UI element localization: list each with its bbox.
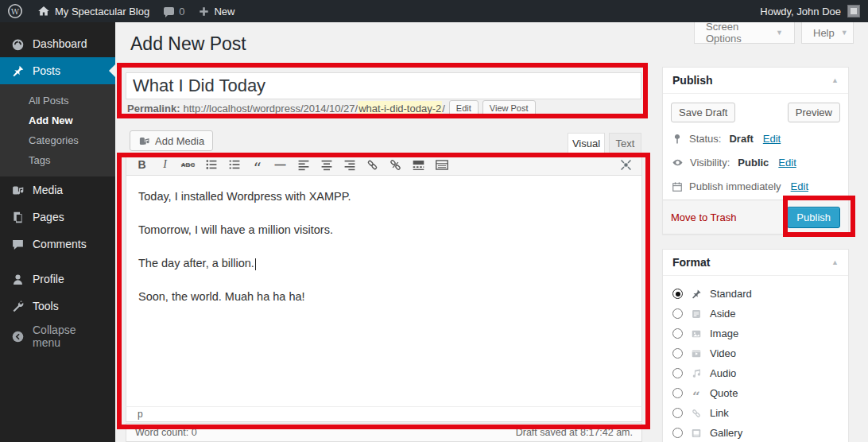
status-pin-icon — [672, 134, 683, 145]
radio-unchecked[interactable] — [672, 428, 683, 438]
view-post-button[interactable]: View Post — [482, 100, 536, 116]
format-option-video[interactable]: Video — [672, 343, 839, 363]
editor-content-area[interactable]: Today, I installed Wordpress with XAMPP.… — [126, 176, 642, 406]
format-option-quote[interactable]: “ Quote — [672, 383, 839, 403]
align-right-icon[interactable] — [339, 155, 360, 174]
new-content-menu[interactable]: New — [192, 0, 242, 22]
permalink-slug[interactable]: what-i-did-today-2 — [358, 101, 442, 116]
sidebar-item-profile[interactable]: Profile — [0, 266, 115, 293]
screen-options-tab[interactable]: Screen Options ▼ — [694, 22, 795, 44]
visibility-row: Visibility: Public Edit — [672, 157, 796, 169]
italic-icon[interactable]: I — [154, 155, 176, 174]
sidebar-item-dashboard[interactable]: Dashboard — [0, 30, 115, 57]
editor-paragraph: Today, I installed Wordpress with XAMPP. — [138, 188, 630, 205]
status-value: Draft — [729, 133, 753, 145]
word-count-value: 0 — [192, 427, 197, 438]
radio-unchecked[interactable] — [672, 328, 683, 339]
account-menu[interactable]: Howdy, John Doe — [760, 5, 868, 17]
strikethrough-icon[interactable]: ABC — [177, 155, 199, 174]
format-option-image[interactable]: Image — [672, 324, 839, 343]
move-to-trash-link[interactable]: Move to Trash — [671, 211, 736, 223]
chevron-down-icon: ▼ — [841, 29, 848, 37]
insert-link-icon[interactable] — [362, 155, 383, 174]
site-name-menu[interactable]: My Spectacular Blog — [30, 0, 157, 22]
help-label: Help — [813, 27, 835, 39]
radio-unchecked[interactable] — [672, 308, 683, 319]
edit-status-link[interactable]: Edit — [763, 133, 781, 145]
numbered-list-icon[interactable] — [223, 155, 245, 174]
sidebar-item-all-posts[interactable]: All Posts — [0, 91, 115, 111]
tab-text[interactable]: Text — [609, 133, 641, 154]
radio-unchecked[interactable] — [672, 388, 683, 398]
edit-permalink-button[interactable]: Edit — [449, 100, 479, 116]
sidebar-item-categories[interactable]: Categories — [0, 130, 115, 150]
format-option-link[interactable]: Link — [672, 403, 839, 423]
sidebar-item-collapse-menu[interactable]: Collapse menu — [0, 323, 115, 350]
admin-bar: W My Spectacular Blog 0 New Howdy, John … — [0, 0, 868, 22]
format-panel: Format ▲ Standard Aside Image Video Audi… — [662, 249, 849, 442]
sidebar-item-add-new[interactable]: Add New — [0, 111, 115, 130]
editor-paragraph: Tomorrow, I will have a million visitors… — [138, 222, 630, 238]
help-tab[interactable]: Help ▼ — [801, 22, 854, 44]
collapse-toggle-icon[interactable]: ▲ — [831, 76, 839, 84]
element-path[interactable]: p — [138, 409, 143, 420]
admin-sidebar: Dashboard Posts All Posts Add New Catego… — [0, 22, 115, 442]
format-option-audio[interactable]: Audio — [672, 363, 839, 383]
edit-visibility-link[interactable]: Edit — [778, 157, 796, 169]
sidebar-item-posts[interactable]: Posts — [0, 57, 115, 84]
format-option-aside[interactable]: Aside — [672, 304, 839, 324]
post-title-input[interactable] — [126, 72, 641, 99]
horizontal-rule-icon[interactable]: — — [269, 155, 291, 174]
svg-text:W: W — [11, 7, 20, 16]
tab-visual[interactable]: Visual — [568, 133, 605, 154]
sidebar-item-comments[interactable]: Comments — [0, 231, 115, 258]
format-label: Gallery — [710, 427, 742, 439]
distraction-free-icon[interactable] — [615, 155, 637, 174]
toolbar-toggle-icon[interactable] — [431, 155, 452, 174]
dashboard-icon — [11, 37, 25, 51]
wordpress-logo-menu[interactable]: W — [0, 0, 30, 22]
visibility-label: Visibility: — [690, 157, 730, 169]
save-draft-button[interactable]: Save Draft — [671, 103, 735, 122]
collapse-arrow-icon — [11, 330, 25, 343]
format-label: Video — [710, 347, 736, 359]
radio-unchecked[interactable] — [672, 408, 683, 418]
new-label: New — [214, 6, 234, 17]
radio-checked[interactable] — [672, 289, 683, 299]
publish-panel-header[interactable]: Publish ▲ — [663, 68, 848, 94]
blockquote-icon[interactable]: “ — [246, 155, 268, 174]
sidebar-label: Comments — [33, 238, 87, 250]
format-option-gallery[interactable]: Gallery — [672, 423, 839, 442]
radio-unchecked[interactable] — [672, 348, 683, 359]
bold-icon[interactable]: B — [131, 155, 153, 174]
remove-link-icon[interactable] — [385, 155, 406, 174]
quote-icon: “ — [690, 386, 703, 401]
comments-menu[interactable]: 0 — [157, 0, 192, 22]
sidebar-item-tools[interactable]: Tools — [0, 293, 115, 320]
format-label: Link — [710, 407, 729, 419]
insert-more-tag-icon[interactable] — [408, 155, 429, 174]
align-left-icon[interactable] — [293, 155, 314, 174]
format-label: Image — [710, 328, 738, 339]
calendar-icon — [672, 181, 683, 192]
format-option-standard[interactable]: Standard — [672, 284, 839, 304]
publish-button[interactable]: Publish — [787, 207, 840, 228]
profile-icon — [11, 273, 25, 286]
link-icon — [690, 408, 703, 419]
edit-schedule-link[interactable]: Edit — [791, 180, 808, 192]
preview-button[interactable]: Preview — [788, 103, 840, 122]
plus-icon — [199, 6, 209, 17]
bulleted-list-icon[interactable] — [200, 155, 222, 174]
add-media-button[interactable]: Add Media — [130, 130, 213, 151]
collapse-toggle-icon[interactable]: ▲ — [831, 258, 839, 266]
format-label: Quote — [710, 387, 738, 399]
sidebar-item-pages[interactable]: Pages — [0, 204, 115, 231]
sidebar-item-tags[interactable]: Tags — [0, 150, 115, 170]
align-center-icon[interactable] — [316, 155, 337, 174]
sidebar-item-media[interactable]: Media — [0, 176, 115, 204]
format-panel-header[interactable]: Format ▲ — [663, 250, 848, 276]
editor-paragraph: Soon, the world. Muah ha ha ha! — [138, 289, 630, 305]
radio-unchecked[interactable] — [672, 368, 683, 378]
video-icon — [690, 348, 703, 359]
status-row: Status: Draft Edit — [672, 133, 781, 145]
